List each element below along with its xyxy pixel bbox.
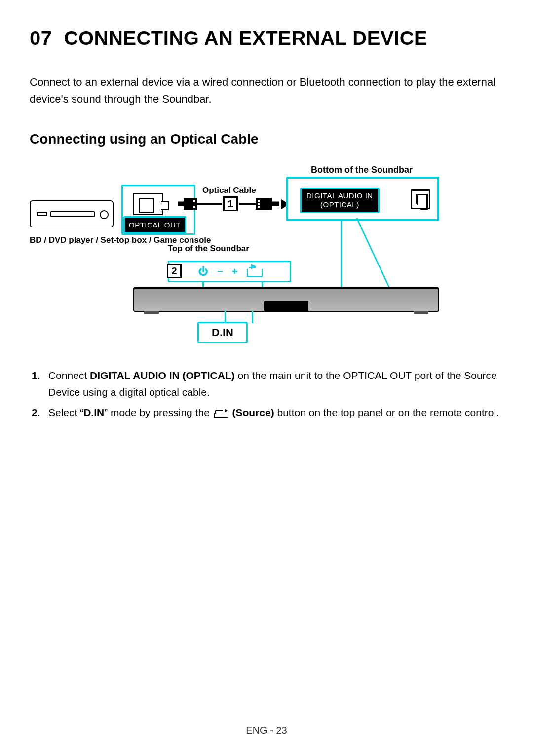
- soundbar-bottom-panel: DIGITAL AUDIO IN (OPTICAL): [286, 177, 439, 221]
- step-1-badge: 1: [223, 196, 238, 211]
- label-top-of-soundbar: Top of the Soundbar: [168, 244, 249, 254]
- callout-leader: [252, 310, 253, 323]
- optical-out-port-icon: [133, 193, 163, 215]
- soundbar-top-panel: ⏻ − +: [168, 261, 291, 282]
- section-heading: Connecting using an Optical Cable: [30, 131, 503, 147]
- dai-line1: DIGITAL AUDIO IN: [306, 191, 373, 200]
- optical-out-badge: OPTICAL OUT: [123, 216, 186, 233]
- soundbar-illustration: [133, 288, 439, 312]
- cable-plug-right-icon: [256, 198, 279, 210]
- page-footer: ENG - 23: [0, 725, 533, 736]
- soundbar-display: [264, 301, 308, 312]
- connection-diagram: Bottom of the Soundbar Optical Cable BD …: [30, 165, 503, 347]
- source-icon: [214, 409, 228, 418]
- source-icon: [247, 266, 261, 277]
- instruction-step-1: Connect DIGITAL AUDIO IN (OPTICAL) on th…: [48, 367, 503, 400]
- chapter-title: CONNECTING AN EXTERNAL DEVICE: [64, 27, 428, 49]
- bold-text: (Source): [229, 407, 274, 418]
- label-optical-cable: Optical Cable: [202, 186, 256, 195]
- dai-line2: (OPTICAL): [306, 200, 373, 209]
- power-icon: ⏻: [198, 266, 208, 277]
- din-badge: D.IN: [197, 322, 248, 343]
- volume-up-icon: +: [232, 266, 238, 277]
- label-bottom-of-soundbar: Bottom of the Soundbar: [311, 165, 413, 175]
- instruction-step-2: Select “D.IN” mode by pressing the (Sour…: [48, 404, 503, 421]
- intro-paragraph: Connect to an external device via a wire…: [30, 74, 503, 108]
- bold-text: DIGITAL AUDIO IN (OPTICAL): [90, 370, 235, 381]
- instruction-list: Connect DIGITAL AUDIO IN (OPTICAL) on th…: [30, 367, 503, 421]
- step-2-badge: 2: [167, 264, 182, 278]
- callout-leader: [341, 221, 342, 298]
- volume-down-icon: −: [217, 266, 223, 277]
- digital-audio-in-badge: DIGITAL AUDIO IN (OPTICAL): [300, 188, 380, 213]
- cable-line: [192, 203, 222, 205]
- chapter-heading: 07CONNECTING AN EXTERNAL DEVICE: [30, 27, 503, 49]
- source-device-illustration: [30, 200, 114, 227]
- chapter-number: 07: [30, 27, 52, 49]
- optical-in-port-icon: [411, 189, 430, 209]
- bold-text: D.IN: [83, 407, 104, 418]
